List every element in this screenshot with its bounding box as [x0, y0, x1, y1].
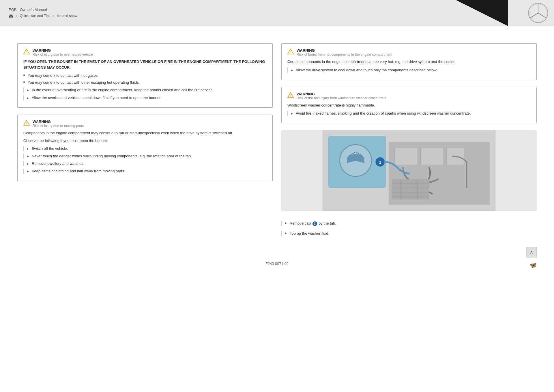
play-arrow-icon: ► [27, 162, 29, 166]
page-title: EQB - Owner's Manual [9, 8, 77, 12]
svg-text:!: ! [26, 121, 27, 125]
scroll-up-button[interactable]: ∧ [526, 247, 537, 257]
warning-body-4: Windscreen washer concentrate is highly … [287, 102, 531, 116]
arrowed-text: Switch off the vehicle. [32, 146, 68, 151]
svg-rect-17 [421, 148, 444, 165]
warning-subtitle-3: Risk of burns from hot components in the… [297, 53, 392, 57]
warning-header-4: ! WARNING Risk of fire and injury from w… [287, 92, 531, 100]
footer-action-2: Top up the washer fluid. [290, 231, 329, 236]
header-triangle-decoration [456, 0, 508, 26]
warning-title-2: WARNING [33, 120, 84, 124]
arrowed-text: Allow the overheated vehicle to cool dow… [32, 95, 162, 100]
play-arrow-icon: ► [285, 221, 287, 225]
arrowed-text: Keep items of clothing and hair away fro… [32, 169, 125, 174]
arrowed-text: Avoid fire, naked flames, smoking and th… [296, 111, 471, 116]
svg-text:!: ! [290, 50, 291, 54]
chevron-up-icon: ∧ [530, 249, 533, 255]
svg-rect-16 [395, 148, 418, 165]
warning-bullet-list-1: You may come into contact with hot gases… [23, 73, 267, 85]
page-header: EQB - Owner's Manual > Quick start and T… [0, 0, 554, 26]
warning-icon-4: ! [287, 92, 294, 98]
list-item: You may come into contact with hot gases… [23, 73, 267, 78]
warning-icon-3: ! [287, 48, 294, 55]
warning-subtitle-1: Risk of injury due to overheated vehicle [33, 53, 93, 57]
arrowed-item: ► Remove jewellery and watches. [23, 161, 267, 166]
arrowed-item-bar [23, 161, 24, 166]
warning-body-2: Components in the engine compartment may… [23, 130, 267, 174]
arrowed-item-bar [23, 87, 24, 93]
warning-intro-3: Certain components in the engine compart… [287, 59, 531, 65]
warning-bold-text-1: IF YOU OPEN THE BONNET IN THE EVENT OF A… [23, 59, 267, 70]
warning-box-1: ! WARNING Risk of injury due to overheat… [17, 43, 273, 108]
warning-body-3: Certain components in the engine compart… [287, 59, 531, 73]
bullet-dot [23, 74, 25, 76]
bullet-text: You may come into contact with hot gases… [28, 73, 99, 78]
play-arrow-icon: ► [27, 169, 29, 173]
arrowed-item-bar [281, 231, 282, 236]
breadcrumb: > Quick start and Tips > Ice and snow [9, 14, 77, 18]
arrowed-item-bar [23, 154, 24, 159]
warning-box-3: ! WARNING Risk of burns from hot compone… [281, 43, 537, 80]
main-content: ! WARNING Risk of injury due to overheat… [0, 26, 554, 392]
breadcrumb-item-2[interactable]: Ice and snow [57, 14, 77, 18]
page-footer: F243 0071 02 [17, 262, 537, 266]
left-column: ! WARNING Risk of injury due to overheat… [17, 43, 273, 238]
svg-text:!: ! [290, 94, 291, 97]
warning-header-1: ! WARNING Risk of injury due to overheat… [23, 48, 267, 57]
breadcrumb-separator-1: > [16, 14, 17, 18]
warning-intro-4: Windscreen washer concentrate is highly … [287, 102, 531, 108]
play-arrow-icon: ► [27, 88, 29, 92]
play-arrow-icon: ► [291, 68, 293, 72]
home-icon[interactable] [9, 14, 13, 18]
arrowed-item: ► Allow the overheated vehicle to cool d… [23, 95, 267, 100]
arrowed-text: Never touch the danger zones surrounding… [32, 154, 192, 159]
warning-subtitle-4: Risk of fire and injury from windscreen … [297, 96, 386, 100]
warning-header-text-3: WARNING Risk of burns from hot component… [297, 48, 392, 57]
arrowed-item-bar [287, 68, 288, 73]
footnote-icon: 🦋 [529, 262, 537, 268]
arrowed-item: ► Keep items of clothing and hair away f… [23, 169, 267, 174]
mercedes-logo [528, 3, 548, 23]
footer-action-1: Remove cap 1 by the tab. [290, 221, 336, 226]
warning-box-2: ! WARNING Risk of injury due to moving p… [17, 115, 273, 181]
arrowed-item-bar [23, 169, 24, 174]
play-arrow-icon: ► [285, 232, 287, 235]
arrowed-text: In the event of overheating or fire in t… [32, 87, 214, 93]
play-arrow-icon: ► [27, 147, 29, 151]
breadcrumb-separator-2: > [53, 14, 54, 18]
header-left: EQB - Owner's Manual > Quick start and T… [9, 8, 77, 18]
arrowed-item: ► Allow the drive system to cool down an… [287, 68, 531, 73]
warning-header-2: ! WARNING Risk of injury due to moving p… [23, 120, 267, 128]
warning-header-text-4: WARNING Risk of fire and injury from win… [297, 92, 386, 100]
arrowed-item: ► In the event of overheating or fire in… [23, 87, 267, 93]
arrowed-item: ► Switch off the vehicle. [23, 146, 267, 151]
warning-header-text-2: WARNING Risk of injury due to moving par… [33, 120, 84, 128]
svg-line-3 [530, 13, 538, 18]
arrowed-item-content: ► In the event of overheating or fire in… [27, 87, 214, 93]
bullet-dot [23, 81, 25, 83]
arrowed-item-bar [23, 95, 24, 100]
right-column: ! WARNING Risk of burns from hot compone… [281, 43, 537, 238]
svg-line-4 [538, 13, 546, 18]
warning-observe-2: Observe the following if you must open t… [23, 138, 267, 144]
arrowed-item: ► Remove cap 1 by the tab. [281, 221, 537, 226]
footer-actions: ► Remove cap 1 by the tab. ► Top up the … [281, 221, 537, 238]
bullet-text: You may come into contact with other esc… [28, 80, 140, 85]
arrowed-item: ► Avoid fire, naked flames, smoking and … [287, 111, 531, 116]
arrowed-item-bar [23, 146, 24, 151]
svg-text:1: 1 [379, 160, 381, 165]
arrowed-text: Remove jewellery and watches. [32, 161, 85, 166]
warning-title-4: WARNING [297, 92, 386, 96]
breadcrumb-item-1[interactable]: Quick start and Tips [20, 14, 50, 18]
warning-intro-2: Components in the engine compartment may… [23, 130, 267, 136]
arrowed-text: Allow the drive system to cool down and … [296, 68, 437, 73]
warning-icon-2: ! [23, 120, 30, 126]
doc-number: F243 0071 02 [265, 262, 289, 266]
warning-box-4: ! WARNING Risk of fire and injury from w… [281, 87, 537, 124]
warning-title-1: WARNING [33, 48, 93, 53]
arrowed-item-bar [287, 111, 288, 116]
warning-body-1: IF YOU OPEN THE BONNET IN THE EVENT OF A… [23, 59, 267, 100]
arrowed-item: ► Never touch the danger zones surroundi… [23, 154, 267, 159]
warning-title-3: WARNING [297, 48, 392, 53]
arrowed-item: ► Top up the washer fluid. [281, 231, 537, 236]
